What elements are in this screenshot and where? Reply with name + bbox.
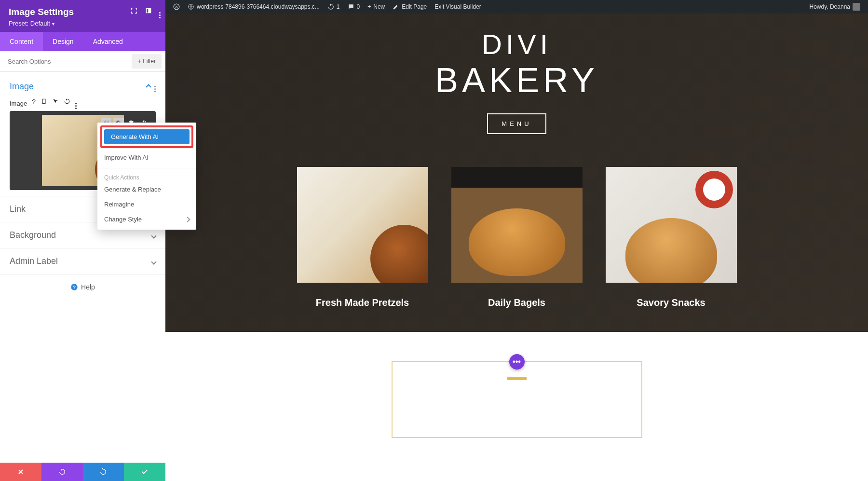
sidebar-header: Image Settings Preset: Default ▾ [0, 0, 165, 32]
expand-icon[interactable] [130, 7, 138, 18]
action-bar [0, 463, 165, 481]
howdy-user[interactable]: Howdy, Deanna [806, 3, 865, 11]
lower-section: ••• [165, 332, 868, 467]
exit-vb-link[interactable]: Exit Visual Builder [431, 3, 485, 10]
preset-selector[interactable]: Preset: Default ▾ [9, 20, 157, 27]
more-icon[interactable] [159, 7, 161, 18]
field-more-icon[interactable] [75, 98, 77, 109]
chevron-down-icon [152, 231, 156, 240]
edit-page-link[interactable]: Edit Page [389, 3, 431, 10]
product-image[interactable] [606, 167, 737, 283]
product-card: Fresh Made Pretzels [297, 167, 428, 308]
divider [97, 168, 196, 168]
cancel-button[interactable] [0, 463, 41, 481]
product-title: Daily Bagels [451, 297, 583, 308]
avatar [853, 3, 860, 11]
ai-improve[interactable]: Improve With AI [97, 150, 196, 165]
site-logo: DIVI BAKERY [435, 28, 598, 100]
product-title: Fresh Made Pretzels [297, 297, 428, 308]
search-input[interactable] [0, 52, 128, 71]
search-row: +Filter [0, 51, 165, 72]
product-image[interactable] [297, 167, 428, 283]
hover-icon[interactable] [52, 98, 59, 109]
redo-button[interactable] [83, 463, 124, 481]
updates-link[interactable]: 1 [324, 3, 344, 10]
tab-content[interactable]: Content [0, 32, 43, 51]
ai-change-style[interactable]: Change Style [97, 212, 196, 227]
highlight-box: Generate With AI [100, 125, 193, 148]
tab-design[interactable]: Design [43, 32, 83, 51]
product-card: Daily Bagels [451, 167, 583, 308]
responsive-icon[interactable] [41, 98, 47, 109]
module-fab[interactable]: ••• [509, 354, 525, 370]
tab-advanced[interactable]: Advanced [83, 32, 133, 51]
help-link[interactable]: ? Help [0, 275, 165, 300]
svg-text:?: ? [73, 285, 76, 289]
collapse-icon[interactable] [147, 82, 150, 91]
svg-point-2 [174, 4, 179, 10]
wp-logo[interactable] [169, 3, 184, 10]
undo-button[interactable] [41, 463, 83, 481]
accordion-admin-label[interactable]: Admin Label [0, 248, 165, 275]
image-section-label: Image [10, 82, 34, 92]
settings-sidebar: Image Settings Preset: Default ▾ Content… [0, 0, 165, 481]
hero-section: DIVI BAKERY MENU Fresh Made Pretzels Dai… [165, 14, 868, 332]
ai-generate[interactable]: Generate With AI [104, 129, 190, 144]
site-link[interactable]: wordpress-784896-3766464.cloudwaysapps.c… [184, 3, 324, 10]
help-icon[interactable]: ? [32, 98, 36, 109]
comments-link[interactable]: 0 [344, 3, 364, 10]
new-link[interactable]: +New [364, 3, 389, 10]
chevron-down-icon [152, 257, 156, 266]
product-image[interactable] [451, 167, 583, 283]
content-card[interactable]: ••• [392, 361, 642, 438]
ai-generate-replace[interactable]: Generate & Replace [97, 182, 196, 197]
ai-reimagine[interactable]: Reimagine [97, 197, 196, 212]
image-field-row: Image ? [10, 98, 156, 109]
filter-button[interactable]: +Filter [132, 54, 162, 69]
quick-actions-label: Quick Actions [97, 171, 196, 182]
image-field-label: Image [10, 100, 27, 107]
settings-tabs: Content Design Advanced [0, 32, 165, 51]
product-title: Savory Snacks [606, 297, 737, 308]
section-more-icon[interactable] [154, 81, 156, 92]
reset-icon[interactable] [64, 98, 70, 109]
wp-admin-bar: wordpress-784896-3766464.cloudwaysapps.c… [165, 0, 868, 14]
chevron-right-icon [186, 217, 190, 222]
main-canvas: wordpress-784896-3766464.cloudwaysapps.c… [165, 0, 868, 481]
ai-dropdown: Generate With AI Improve With AI Quick A… [97, 123, 196, 230]
products-row: Fresh Made Pretzels Daily Bagels Savory … [297, 167, 737, 308]
image-section-head[interactable]: Image [10, 78, 156, 95]
menu-button[interactable]: MENU [487, 113, 546, 134]
dock-icon[interactable] [145, 7, 152, 18]
save-button[interactable] [124, 463, 165, 481]
product-card: Savory Snacks [606, 167, 737, 308]
